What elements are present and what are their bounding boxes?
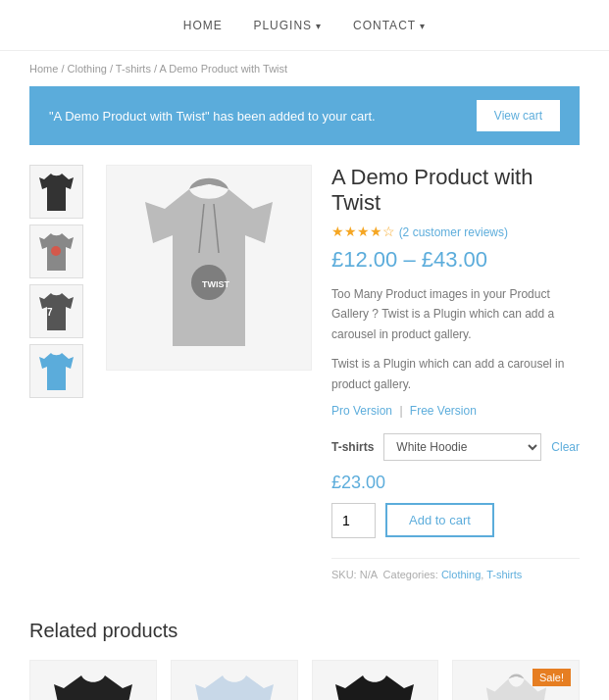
product-meta: SKU: N/A Categories: Clothing, T-shirts: [331, 569, 580, 580]
product-sku: N/A: [360, 569, 378, 580]
plugins-arrow: ▾: [316, 21, 322, 31]
product-title: A Demo Product with Twist: [331, 165, 580, 216]
free-version-link[interactable]: Free Version: [410, 404, 477, 418]
review-link[interactable]: (2 customer reviews): [399, 225, 508, 239]
cart-notice-text: "A Demo Product with Twist" has been add…: [49, 109, 376, 124]
product-price-range: £12.00 – £43.00: [331, 247, 580, 273]
product-thumbnails: 7: [29, 165, 86, 580]
product-divider: [331, 558, 580, 559]
nav-contact[interactable]: CONTACT ▾: [353, 19, 426, 32]
version-links: Pro Version | Free Version: [331, 404, 580, 418]
contact-arrow: ▾: [420, 21, 426, 31]
svg-text:7: 7: [47, 307, 53, 318]
thumb-tshirt3-icon: 7: [39, 291, 74, 332]
main-hoodie-icon: TWIST: [135, 175, 282, 361]
quantity-input[interactable]: [331, 503, 376, 538]
product-info: A Demo Product with Twist ★★★★☆ (2 custo…: [331, 165, 580, 580]
category-tshirts[interactable]: T-shirts: [486, 569, 522, 580]
breadcrumb-current: A Demo Product with Twist: [159, 63, 287, 75]
breadcrumb-tshirts[interactable]: T-shirts: [116, 63, 151, 75]
related-product-2[interactable]: ★ Woo Ninja ★★★★★ £20.00: [171, 660, 298, 700]
breadcrumb-home[interactable]: Home: [29, 63, 58, 75]
product-desc1: Too Many Product images in your Product …: [331, 284, 580, 344]
variation-row: T-shirts White Hoodie Black T-Shirt Gray…: [331, 433, 580, 461]
related-tshirt-3-icon: [335, 671, 414, 700]
add-to-cart-row: Add to cart: [331, 503, 580, 538]
related-product-3-image: [313, 661, 438, 700]
breadcrumb-clothing[interactable]: Clothing: [68, 63, 107, 75]
svg-point-0: [51, 246, 61, 256]
nav-home[interactable]: HOME: [183, 19, 223, 32]
main-product-image: TWIST: [106, 165, 312, 371]
clear-link[interactable]: Clear: [551, 440, 580, 454]
related-section: Related products ☠ Ship Your Idea ★★★★☆ …: [0, 610, 609, 700]
related-product-4-image: Sale! ☠: [453, 661, 579, 700]
variation-label: T-shirts: [331, 440, 374, 454]
category-clothing[interactable]: Clothing: [441, 569, 481, 580]
related-product-1-image: ☠: [30, 661, 156, 700]
thumb-tshirt-icon: [39, 172, 74, 213]
related-tshirt-2-icon: ★: [195, 671, 274, 700]
thumb-tshirt4-icon: [39, 351, 74, 392]
thumbnail-2[interactable]: [29, 225, 83, 278]
related-tshirt-1-icon: ☠: [54, 671, 132, 700]
sale-badge: Sale!: [533, 669, 571, 686]
cart-notice: "A Demo Product with Twist" has been add…: [29, 86, 580, 145]
nav-plugins[interactable]: PLUGINS ▾: [253, 19, 322, 32]
thumbnail-1[interactable]: [29, 165, 83, 219]
product-stars: ★★★★☆: [331, 224, 395, 239]
breadcrumb: Home / Clothing / T-shirts / A Demo Prod…: [0, 51, 609, 86]
related-products-grid: ☠ Ship Your Idea ★★★★☆ £20.00 ★ Woo Ninj…: [29, 660, 580, 700]
related-product-2-image: ★: [172, 661, 297, 700]
version-separator: |: [399, 404, 405, 418]
related-product-1[interactable]: ☠ Ship Your Idea ★★★★☆ £20.00: [29, 660, 157, 700]
thumbnail-4[interactable]: [29, 344, 83, 398]
add-to-cart-button[interactable]: Add to cart: [385, 503, 494, 537]
product-section: 7 TWIST A Demo Product with Twis: [0, 165, 609, 610]
related-product-4[interactable]: Sale! ☠ Ship Your Idea ★★★☆☆ £30.00 – £3…: [452, 660, 580, 700]
related-product-3[interactable]: Ninja Silhouette ★★★★☆ £20.00: [312, 660, 439, 700]
selected-price: £23.00: [331, 473, 580, 493]
variation-select[interactable]: White Hoodie Black T-Shirt Gray Hoodie: [383, 433, 541, 461]
svg-text:TWIST: TWIST: [202, 279, 229, 289]
view-cart-button[interactable]: View cart: [477, 100, 560, 131]
main-nav: HOME PLUGINS ▾ CONTACT ▾: [0, 0, 609, 51]
product-desc2: Twist is a Plugin which can add a carous…: [331, 354, 580, 394]
thumb-tshirt2-icon: [39, 231, 74, 273]
thumbnail-3[interactable]: 7: [29, 284, 83, 338]
related-title: Related products: [29, 620, 580, 642]
pro-version-link[interactable]: Pro Version: [331, 404, 392, 418]
